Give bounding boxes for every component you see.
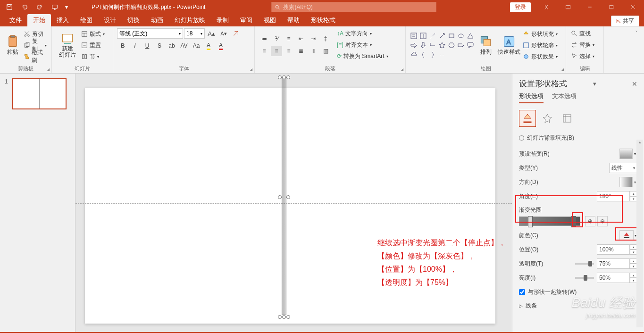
stop-color-picker[interactable] (619, 230, 634, 241)
shapeoutline-button[interactable]: 形状轮廓▾ (522, 40, 559, 50)
shape-vtextbox-icon[interactable] (419, 32, 427, 40)
numbering-icon[interactable]: ⅟ (271, 33, 282, 44)
font-launcher-icon[interactable]: ◢ (250, 67, 252, 72)
shapeeffects-button[interactable]: 形状效果▾ (522, 51, 559, 62)
angle-input[interactable]: 180° (597, 191, 630, 201)
line-spacing-icon[interactable]: ‡ (320, 33, 331, 44)
gradient-stops-bar[interactable] (519, 216, 580, 226)
close-icon[interactable] (622, 0, 644, 14)
shape-brace-l-icon[interactable] (419, 50, 427, 59)
clear-format-icon[interactable] (230, 28, 242, 39)
shadow-icon[interactable]: S (154, 41, 165, 51)
paragraph-launcher-icon[interactable]: ◢ (401, 67, 403, 72)
shape-rect-icon[interactable] (447, 32, 456, 40)
align-left-icon[interactable]: ≡ (259, 46, 270, 56)
pane-tab-text[interactable]: 文本选项 (552, 92, 577, 103)
save-icon[interactable] (3, 0, 16, 14)
tab-animation[interactable]: 动画 (145, 14, 169, 26)
font-size-combo[interactable]: 18▾ (184, 28, 205, 39)
columns-icon[interactable]: ▥ (320, 46, 331, 56)
shape-triangle-icon[interactable] (466, 32, 475, 40)
textdirection-button[interactable]: ↕A文字方向▾ (336, 28, 389, 39)
add-stop-icon[interactable]: ⊕ (585, 216, 595, 226)
clipboard-launcher-icon[interactable]: ◢ (47, 67, 50, 72)
direction-picker[interactable] (619, 177, 633, 187)
slide-thumbnail[interactable] (12, 78, 67, 109)
tab-design[interactable]: 设计 (98, 14, 122, 26)
tab-shapeformat[interactable]: 形状格式 (305, 14, 341, 26)
italic-icon[interactable]: I (129, 41, 141, 51)
bullets-icon[interactable]: ≔ (259, 33, 270, 44)
brightness-input[interactable]: 50% (597, 273, 630, 283)
transparency-input[interactable]: 75% (597, 258, 630, 269)
highlight-icon[interactable]: A (203, 41, 214, 51)
undo-icon[interactable] (18, 0, 31, 14)
tab-file[interactable]: 文件 (4, 14, 27, 26)
bold-icon[interactable]: B (117, 41, 128, 51)
formatpainter-button[interactable]: 格式刷 (23, 51, 48, 62)
shape-hexagon-icon[interactable] (447, 41, 456, 50)
line-section-header[interactable]: ▷ 线条 (519, 299, 637, 313)
decrease-indent-icon[interactable]: ⇤ (295, 33, 307, 44)
select-button[interactable]: 选择▾ (570, 51, 600, 61)
size-props-icon[interactable] (559, 110, 576, 127)
ribbon-mode-icon[interactable] (557, 0, 579, 14)
justify-icon[interactable]: ≣ (295, 46, 307, 56)
slide-canvas[interactable]: 继续选中渐变光圈第二个【停止点】， 【颜色】修改为【深灰色】， 【位置】为【10… (75, 74, 512, 332)
fill-line-icon[interactable] (519, 110, 536, 127)
shape-arrow-r-icon[interactable] (410, 41, 418, 50)
preset-gradient-picker[interactable] (619, 149, 633, 159)
shape-cloud-icon[interactable] (410, 50, 418, 59)
shape-arrow-line-icon[interactable] (438, 32, 446, 40)
radio-slidebg[interactable]: 幻灯片背景填充(B) (519, 133, 637, 143)
qat-more-icon[interactable]: ▾ (63, 0, 70, 14)
redo-icon[interactable] (33, 0, 46, 14)
tab-review[interactable]: 审阅 (234, 14, 258, 26)
fontcolor-icon[interactable]: A (215, 41, 226, 51)
layout-button[interactable]: 版式▾ (80, 29, 106, 39)
replace-button[interactable]: 替换▾ (570, 40, 600, 50)
mic-icon[interactable] (535, 0, 557, 14)
tab-view[interactable]: 视图 (258, 14, 282, 26)
underline-icon[interactable]: U (142, 41, 153, 51)
case-icon[interactable]: Aa (191, 41, 202, 51)
quickstyle-button[interactable]: A 快速样式 (497, 28, 521, 62)
pane-dropdown-icon[interactable]: ▾ (593, 80, 596, 87)
find-button[interactable]: 查找 (570, 28, 600, 39)
slideshow-icon[interactable] (48, 0, 61, 14)
aligntext-button[interactable]: [≡]对齐文本▾ (336, 40, 389, 50)
list-level-icon[interactable]: ≡ (283, 33, 294, 44)
shape-textbox-icon[interactable] (410, 32, 418, 40)
reset-button[interactable]: 重置 (80, 40, 106, 50)
tab-transition[interactable]: 切换 (122, 14, 145, 26)
tab-home[interactable]: 开始 (27, 14, 51, 26)
login-button[interactable]: 登录 (510, 2, 531, 12)
align-right-icon[interactable]: ≡ (283, 46, 294, 56)
tab-help[interactable]: 帮助 (282, 14, 305, 26)
minimize-icon[interactable] (579, 0, 601, 14)
tab-record[interactable]: 录制 (211, 14, 234, 26)
increase-indent-icon[interactable]: ⇥ (308, 33, 319, 44)
shape-oval-icon[interactable] (457, 32, 465, 40)
paste-button[interactable]: 粘贴 (4, 28, 22, 62)
pane-tab-shape[interactable]: 形状选项 (519, 92, 544, 103)
grow-font-icon[interactable]: A▴ (206, 28, 217, 39)
shape-line-icon[interactable] (428, 32, 437, 40)
font-name-combo[interactable]: 等线 (正文)▾ (117, 28, 183, 39)
shape-star-icon[interactable] (438, 41, 446, 50)
drawing-launcher-icon[interactable]: ◢ (561, 67, 564, 72)
shape-arrow-d-icon[interactable] (419, 41, 427, 50)
selected-shape[interactable] (279, 74, 289, 321)
collapse-ribbon-icon[interactable]: ˇ (631, 28, 642, 39)
gradient-stop-1[interactable] (528, 216, 533, 227)
section-button[interactable]: 节▾ (80, 51, 106, 62)
strike-icon[interactable]: ab (166, 41, 177, 51)
remove-stop-icon[interactable]: ⊖ (597, 216, 608, 226)
gradient-type-combo[interactable]: 线性▾ (609, 163, 637, 173)
newslide-button[interactable]: 新建 幻灯片 (56, 28, 79, 62)
shape-brace-r-icon[interactable] (428, 50, 437, 59)
shape-elbow-icon[interactable] (428, 41, 437, 50)
align-center-icon[interactable]: ≡ (271, 46, 282, 56)
position-input[interactable]: 100% (597, 244, 630, 255)
search-box[interactable]: 搜索(Alt+Q) (271, 2, 436, 12)
